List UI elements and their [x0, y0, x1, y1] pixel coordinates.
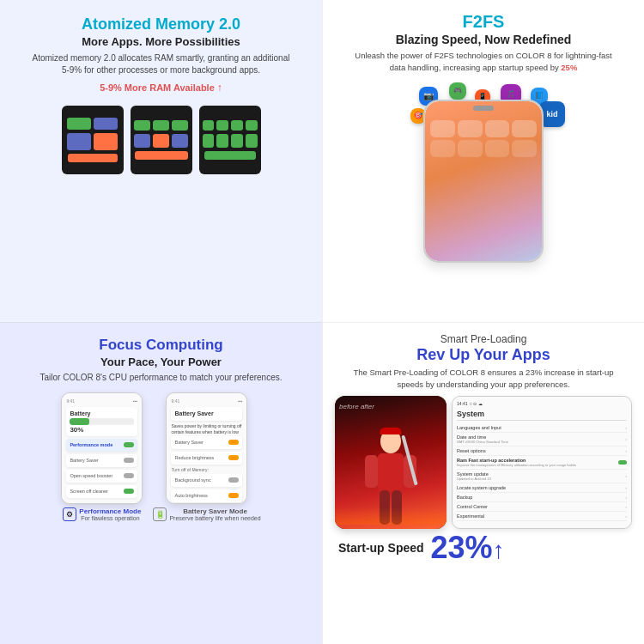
performance-mode-label: Performance Mode — [79, 507, 141, 515]
settings-item-reset: Reset options › — [457, 447, 627, 456]
settings-item-experimental: Experimental › — [457, 512, 627, 521]
bl-subtitle: Your Pace, Your Power — [100, 355, 222, 368]
tr-title: F2FS — [463, 12, 505, 32]
ram-toggle[interactable] — [618, 460, 627, 465]
f2fs-section: F2FS Blazing Speed, Now Redefined Unleas… — [322, 0, 644, 322]
bl-description: Tailor COLOR 8's CPU performance to matc… — [39, 372, 282, 384]
speed-indicator-row: Start-up Speed 23% ↑ — [335, 532, 632, 564]
svg-rect-1 — [378, 453, 404, 492]
battery-saver-screen: 9:41▪▪▪ Battery Saver Saves power by lim… — [167, 393, 246, 503]
br-content-row: before after — [335, 396, 632, 529]
settings-time: 14:41 ☆ ⊙ ☁ — [457, 401, 483, 406]
tl-description: Atomized memory 2.0 allocates RAM smartl… — [28, 52, 295, 76]
settings-item-languages: Languages and Input › — [457, 423, 627, 433]
battery-saver-wrap: 9:41▪▪▪ Battery Saver Saves power by lim… — [153, 392, 260, 521]
game-phone: before after — [335, 396, 447, 529]
phone-notch-tr — [473, 106, 494, 111]
battery-saver-label-wrap: 🔋 Battery Saver Mode Preserve battery li… — [153, 507, 260, 521]
settings-item-ram: Ram Fast start-up accelerationImprove th… — [457, 456, 627, 470]
before-after-label: before after — [339, 403, 374, 410]
performance-phone: 9:41▪▪▪ Battery 30% Performance mode — [61, 392, 143, 504]
battery-saver-desc: Preserve battery life when needed — [169, 515, 260, 521]
memory-block-1 — [62, 106, 124, 174]
speed-label: Start-up Speed — [338, 541, 424, 555]
tl-title: Atomized Memory 2.0 — [82, 15, 240, 33]
tl-badge: 5-9% More RAM Available ↑ — [100, 82, 222, 94]
memory-blocks-container — [62, 106, 261, 174]
settings-status-bar: 14:41 ☆ ⊙ ☁ — [457, 401, 627, 406]
performance-icon: ⚙ — [63, 507, 76, 521]
f2fs-phone-body — [423, 100, 544, 263]
settings-item-locate: Locate system upgrade › — [457, 483, 627, 493]
settings-section-title: System — [457, 410, 627, 421]
performance-mode-wrap: 9:41▪▪▪ Battery 30% Performance mode — [61, 392, 143, 521]
tr-description: Unleash the power of F2FS technologies o… — [346, 50, 621, 74]
svg-rect-2 — [365, 455, 378, 488]
battery-saver-phone: 9:41▪▪▪ Battery Saver Saves power by lim… — [166, 392, 247, 504]
settings-screen: 14:41 ☆ ⊙ ☁ System Languages and Input ›… — [453, 397, 631, 528]
main-grid: Atomized Memory 2.0 More Apps. More Poss… — [0, 0, 644, 644]
game-screen: before after — [335, 396, 447, 529]
battery-saver-icon: 🔋 — [153, 507, 167, 521]
settings-item-control: Control Center › — [457, 502, 627, 512]
battery-saver-label: Battery Saver Mode — [169, 507, 260, 515]
f2fs-phone-screen — [425, 101, 542, 261]
memory-block-3 — [199, 106, 261, 174]
br-title: Rev Up Your Apps — [416, 346, 550, 364]
smart-preloading-section: Smart Pre-Loading Rev Up Your Apps The S… — [322, 322, 644, 644]
tl-subtitle: More Apps. More Possibilities — [82, 35, 240, 48]
f2fs-phone-container: 📷 🎮 📱 🎵 📘 🎯 ♪ 📸 ▶ kid — [406, 82, 561, 263]
atomized-memory-section: Atomized Memory 2.0 More Apps. More Poss… — [0, 0, 322, 322]
performance-mode-desc: For flawless operation — [79, 515, 141, 521]
app-icon-2: 🎮 — [449, 82, 466, 100]
settings-item-datetime: Date and timeGMT+08:00 China Standard Ti… — [457, 433, 627, 447]
tr-subtitle: Blazing Speed, Now Redefined — [396, 33, 572, 46]
settings-item-update: System updateUpdated to Android 13 › — [457, 470, 627, 483]
focus-computing-section: Focus Computing Your Pace, Your Power Ta… — [0, 322, 322, 644]
speed-number-row: 23% ↑ — [431, 532, 505, 564]
bl-title: Focus Computing — [99, 337, 222, 354]
memory-block-2 — [131, 106, 192, 174]
br-pre-title: Smart Pre-Loading — [440, 333, 527, 345]
focus-phones-container: 9:41▪▪▪ Battery 30% Performance mode — [61, 392, 260, 521]
performance-mode-label-wrap: ⚙ Performance Mode For flawless operatio… — [63, 507, 141, 521]
performance-screen: 9:41▪▪▪ Battery 30% Performance mode — [62, 393, 142, 503]
br-description: The Smart Pre-Loading of COLOR 8 ensures… — [346, 367, 621, 391]
speed-arrow: ↑ — [493, 537, 505, 564]
speed-number: 23% — [431, 532, 493, 563]
settings-item-backup: Backup › — [457, 493, 627, 502]
settings-phone: 14:41 ☆ ⊙ ☁ System Languages and Input ›… — [452, 396, 632, 529]
